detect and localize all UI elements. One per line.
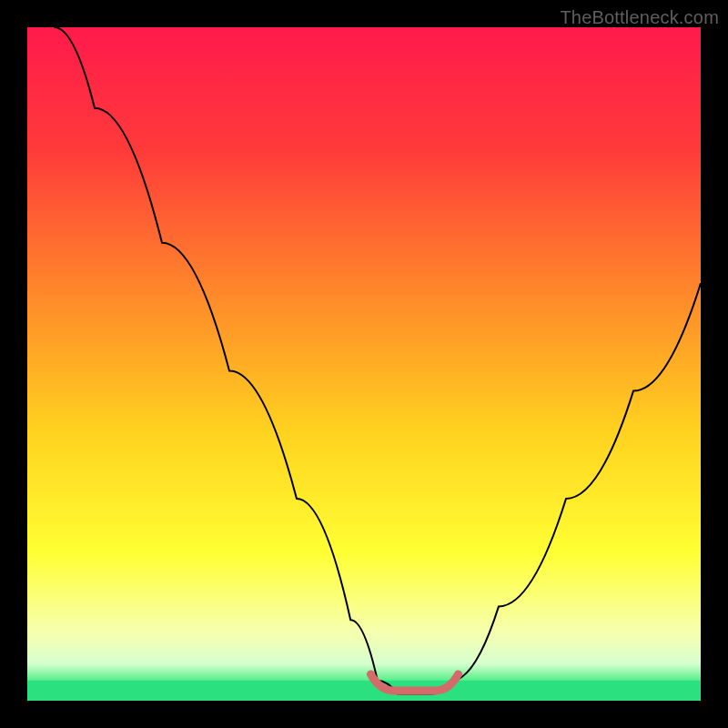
green-band xyxy=(27,681,701,701)
plot-svg xyxy=(27,27,701,701)
plot-area xyxy=(27,27,701,701)
watermark-text: TheBottleneck.com xyxy=(560,7,719,28)
chart-container: TheBottleneck.com xyxy=(0,0,728,728)
gradient-fill xyxy=(27,27,701,701)
